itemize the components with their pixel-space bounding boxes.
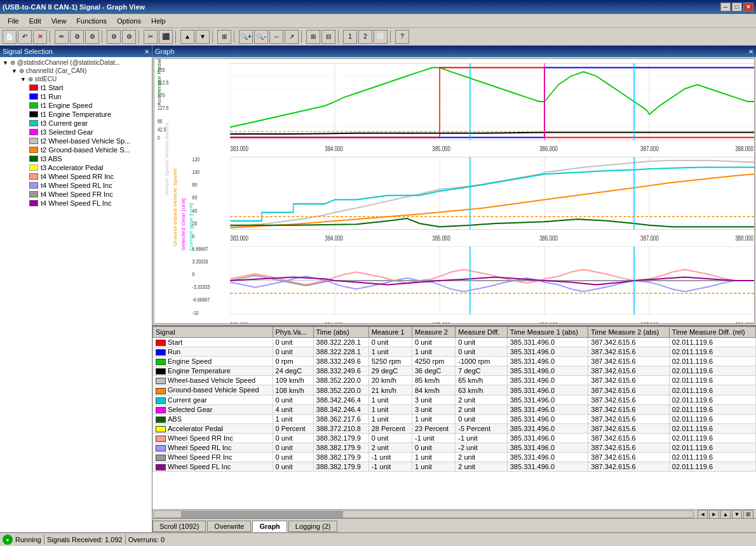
col-mdiff[interactable]: Measure Diff. <box>456 327 507 338</box>
table-row[interactable]: Wheel Speed RL Inc0 unit388.382.179.92 u… <box>153 443 756 453</box>
tree-signal-engine-speed[interactable]: t1 Engine Speed <box>28 101 151 110</box>
toolbar-stop[interactable]: ✕ <box>33 30 47 44</box>
table-row[interactable]: Selected Gear4 unit388.342.246.41 unit3 … <box>153 404 756 414</box>
tab-overwrite[interactable]: Overwrite <box>207 521 251 532</box>
menu-edit[interactable]: Edit <box>24 16 46 26</box>
tree-signal-rl[interactable]: t4 Wheel Speed RL Inc <box>28 181 151 190</box>
toolbar-del[interactable]: ✂ <box>144 30 158 44</box>
toolbar-b5[interactable]: ⬛ <box>159 30 173 44</box>
graph-panel-close[interactable]: ✕ <box>748 48 753 55</box>
table-row[interactable]: Wheel-based Vehicle Speed109 km/h388.352… <box>153 376 756 385</box>
col-time-abs[interactable]: Time (abs) <box>313 327 368 338</box>
toolbar-zoom-in[interactable]: 🔍+ <box>239 30 253 44</box>
table-row[interactable]: Start0 unit388.322.228.10 unit0 unit0 un… <box>153 338 756 347</box>
toolbar-b6[interactable]: ⊞ <box>306 30 320 44</box>
col-signal[interactable]: Signal <box>153 327 273 338</box>
maximize-button[interactable]: □ <box>732 3 742 11</box>
scrollbar-track[interactable] <box>154 510 694 518</box>
toolbar-up[interactable]: ▲ <box>180 30 194 44</box>
table-cell: 385.331.496.0 <box>507 385 588 395</box>
toolbar-b4[interactable]: ⚙ <box>122 30 136 44</box>
col-tm1[interactable]: Time Measure 1 (abs) <box>507 327 588 338</box>
col-phys[interactable]: Phys.Va... <box>273 327 313 338</box>
col-m2[interactable]: Measure 2 <box>412 327 455 338</box>
menu-file[interactable]: File <box>3 16 24 26</box>
tree-expand-channel[interactable]: ▼ <box>11 68 19 74</box>
table-row[interactable]: Wheel Speed FL Inc0 unit388.382.179.9-1 … <box>153 462 756 472</box>
signal-tree[interactable]: ▼ ⊕ @statisticChannel (@statisticDatat..… <box>0 57 152 532</box>
tab-scroll[interactable]: Scroll (1092) <box>152 521 206 532</box>
nav-left[interactable]: ◄ <box>698 510 708 519</box>
tree-signal-engine-temp[interactable]: t1 Engine Temperature <box>28 110 151 119</box>
graph-canvas[interactable]: 383.000 384.000 385.000 386.000 387.000 … <box>154 58 755 324</box>
table-row[interactable]: Engine Temperature24 degC388.332.249.629… <box>153 366 756 376</box>
tab-logging[interactable]: Logging (2) <box>288 521 338 532</box>
table-cell: 2 unit <box>456 404 507 414</box>
toolbar-down[interactable]: ▼ <box>196 30 210 44</box>
menu-functions[interactable]: Functions <box>71 16 112 26</box>
signal-swatch <box>156 464 166 470</box>
scrollbar-thumb[interactable] <box>181 511 342 517</box>
col-tm2[interactable]: Time Measure 2 (abs) <box>588 327 670 338</box>
nav-up[interactable]: ▲ <box>720 510 731 519</box>
tab-graph[interactable]: Graph <box>252 521 287 532</box>
table-row[interactable]: Run0 unit388.322.228.11 unit1 unit0 unit… <box>153 347 756 357</box>
tree-signal-wheel-speed-v[interactable]: t2 Wheel-based Vehicle Sp... <box>28 136 151 145</box>
table-row[interactable]: Accelerator Pedal0 Percent388.372.210.82… <box>153 423 756 433</box>
signal-swatch <box>156 436 166 442</box>
minimize-button[interactable]: ─ <box>720 3 731 11</box>
tree-expand-ecu[interactable]: ▼ <box>20 76 28 83</box>
menu-help[interactable]: Help <box>146 16 171 26</box>
signal-panel-close[interactable]: ✕ <box>144 48 149 55</box>
tree-signal-rr[interactable]: t4 Wheel Speed RR Inc <box>28 172 151 181</box>
toolbar-help[interactable]: ? <box>395 30 409 44</box>
table-row[interactable]: Current gear0 unit388.342.246.41 unit3 u… <box>153 395 756 404</box>
tree-signal-start[interactable]: t1 Start <box>28 83 151 92</box>
svg-text:60: 60 <box>192 194 198 201</box>
toolbar-zoom-out[interactable]: 🔍- <box>254 30 268 44</box>
tree-signal-current-gear[interactable]: t3 Current gear <box>28 119 151 128</box>
tree-channel[interactable]: ▼ ⊕ channelId (Car_CAN) <box>10 67 151 75</box>
toolbar-m1[interactable]: 1 <box>343 30 357 44</box>
data-table-area[interactable]: Signal Phys.Va... Time (abs) Measure 1 M… <box>152 325 756 509</box>
table-cell: 65 km/h <box>456 376 507 385</box>
toolbar-undo[interactable]: ↶ <box>18 30 32 44</box>
menu-view[interactable]: View <box>46 16 72 26</box>
nav-down[interactable]: ▼ <box>732 510 742 519</box>
menu-options[interactable]: Options <box>112 16 146 26</box>
toolbar-b7[interactable]: ⊟ <box>321 30 335 44</box>
tree-signal-abs[interactable]: t3 ABS <box>28 154 151 163</box>
col-m1[interactable]: Measure 1 <box>368 327 412 338</box>
nav-expand[interactable]: ⊞ <box>743 510 753 519</box>
tree-root[interactable]: ▼ ⊕ @statisticChannel (@statisticDatat..… <box>1 58 151 67</box>
toolbar-zoom-fit[interactable]: ↔ <box>269 30 283 44</box>
toolbar-pencil[interactable]: ✏ <box>55 30 69 44</box>
tree-signal-fr[interactable]: t4 Wheel Speed FR Inc <box>28 190 151 199</box>
tree-signal-fl[interactable]: t4 Wheel Speed FL Inc <box>28 199 151 208</box>
tree-stdecu[interactable]: ▼ ⊕ stdECU <box>19 75 151 83</box>
toolbar-b8[interactable]: ⬜ <box>374 30 388 44</box>
table-row[interactable]: Engine Speed0 rpm388.332.249.65250 rpm42… <box>153 357 756 366</box>
toolbar-cursor[interactable]: ↗ <box>285 30 299 44</box>
tree-expand-root[interactable]: ▼ <box>3 60 10 66</box>
table-row[interactable]: ABS1 unit388.362.217.61 unit1 unit0 unit… <box>153 414 756 423</box>
tree-signal-ground-speed[interactable]: t2 Ground-based Vehicle S... <box>28 145 151 154</box>
table-cell: -5 Percent <box>456 423 507 433</box>
nav-right[interactable]: ► <box>709 510 719 519</box>
toolbar-new[interactable]: 📄 <box>3 30 17 44</box>
toolbar-b3[interactable]: ⚙ <box>107 30 121 44</box>
table-row[interactable]: Wheel Speed FR Inc0 unit388.382.179.9-1 … <box>153 453 756 462</box>
col-tmdiff[interactable]: Time Measure Diff. (rel) <box>669 327 755 338</box>
tree-signal-run[interactable]: t1 Run <box>28 92 151 101</box>
table-cell: 387.342.615.6 <box>588 433 670 443</box>
table-row[interactable]: Ground-based Vehicle Speed108 km/h388.35… <box>153 385 756 395</box>
toolbar-m2[interactable]: 2 <box>358 30 372 44</box>
signal-panel-header: Signal Selection ✕ <box>0 46 152 57</box>
toolbar-filter[interactable]: ⊞ <box>217 30 231 44</box>
toolbar-b2[interactable]: ⚙ <box>85 30 99 44</box>
table-row[interactable]: Wheel Speed RR Inc0 unit388.382.179.90 u… <box>153 433 756 443</box>
toolbar-b1[interactable]: ⚙ <box>70 30 84 44</box>
tree-signal-accel[interactable]: t3 Accelerator Pedal <box>28 163 151 172</box>
close-button[interactable]: ✕ <box>743 3 753 11</box>
tree-signal-selected-gear[interactable]: t3 Selected Gear <box>28 128 151 136</box>
